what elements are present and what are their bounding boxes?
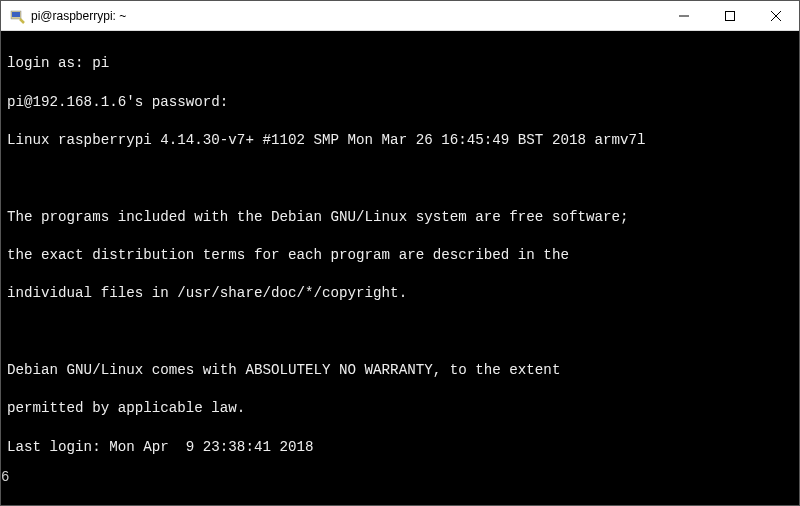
line-motd2: the exact distribution terms for each pr… xyxy=(7,246,793,265)
maximize-button[interactable] xyxy=(707,1,753,30)
line-kernel: Linux raspberrypi 4.14.30-v7+ #1102 SMP … xyxy=(7,131,793,150)
line-login-as: login as: pi xyxy=(7,54,793,73)
blank-line xyxy=(7,476,793,495)
titlebar[interactable]: pi@raspberrypi: ~ xyxy=(1,1,799,31)
minimize-button[interactable] xyxy=(661,1,707,30)
svg-line-2 xyxy=(20,19,24,23)
svg-rect-4 xyxy=(726,11,735,20)
svg-rect-1 xyxy=(12,12,20,17)
scroll-indicator: 6 xyxy=(1,468,9,487)
close-button[interactable] xyxy=(753,1,799,30)
line-last-login: Last login: Mon Apr 9 23:38:41 2018 xyxy=(7,438,793,457)
line-password-prompt: pi@192.168.1.6's password: xyxy=(7,93,793,112)
line-motd1: The programs included with the Debian GN… xyxy=(7,208,793,227)
line-warranty1: Debian GNU/Linux comes with ABSOLUTELY N… xyxy=(7,361,793,380)
window-controls xyxy=(661,1,799,30)
blank-line xyxy=(7,323,793,342)
terminal-area[interactable]: login as: pi pi@192.168.1.6's password: … xyxy=(1,31,799,505)
line-warranty2: permitted by applicable law. xyxy=(7,399,793,418)
putty-icon xyxy=(9,8,25,24)
line-motd3: individual files in /usr/share/doc/*/cop… xyxy=(7,284,793,303)
blank-line xyxy=(7,169,793,188)
window-title: pi@raspberrypi: ~ xyxy=(31,9,661,23)
